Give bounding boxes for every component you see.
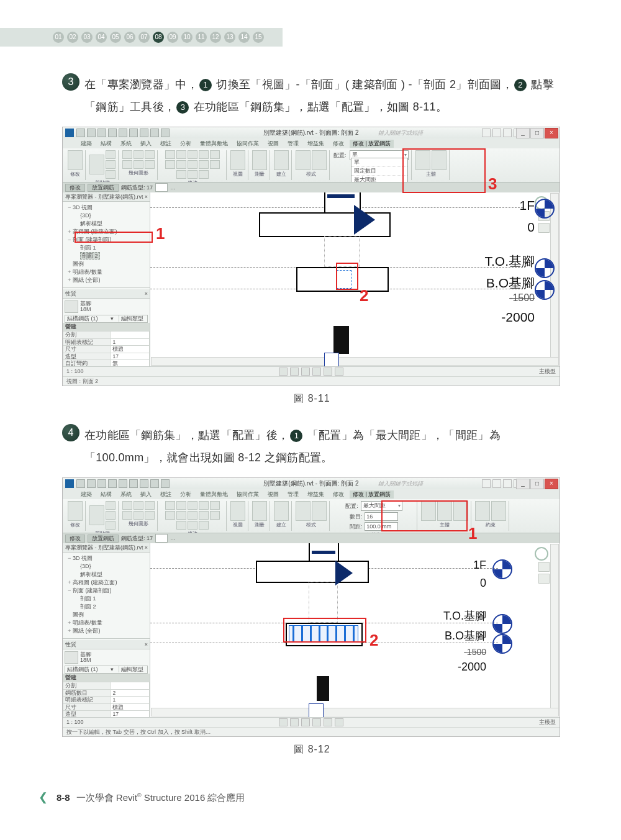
m-icon[interactable] [188, 511, 197, 520]
ribbon-tabs[interactable]: 建築結構系統插入標註分析量體與敷地協同作業視圖管理增益集修改修改 | 放置鋼筋 [63, 138, 560, 148]
ribbon-tab[interactable]: 系統 [117, 490, 135, 499]
vis-icon[interactable] [335, 368, 343, 376]
edit-type-button[interactable]: 編輯類型 [119, 315, 145, 322]
section-tag[interactable] [324, 353, 339, 366]
m-icon[interactable] [188, 501, 197, 510]
scrollbar-vertical[interactable] [550, 544, 559, 708]
prop-value[interactable] [111, 332, 150, 339]
ribbon-tab[interactable]: 協同作業 [233, 490, 262, 499]
m-icon[interactable] [176, 501, 186, 510]
tree-item[interactable]: 剖面 1 [65, 244, 147, 252]
m-icon[interactable] [199, 501, 209, 510]
m-icon[interactable] [176, 521, 186, 530]
ribbon-tab[interactable]: 插入 [137, 140, 155, 148]
project-browser-tree[interactable]: −3D 視圖{3D}解析模型+高程圖 (建築立面)−剖面 (建築剖面)剖面 1剖… [63, 553, 150, 637]
selector-left[interactable]: 結構鋼筋 (1) [67, 316, 98, 322]
close-icon[interactable]: × [145, 543, 150, 552]
m-icon[interactable] [188, 521, 197, 530]
ribbon-tab[interactable]: 量體與敷地 [197, 140, 231, 148]
vis-icon[interactable] [312, 368, 321, 376]
ribbon-tab[interactable]: 協同作業 [233, 140, 262, 148]
dropdown-item[interactable]: 單 [351, 158, 407, 167]
cut-icon[interactable] [106, 501, 116, 510]
vis-icon[interactable] [312, 718, 321, 726]
minimize-button[interactable]: _ [516, 128, 530, 138]
ribbon-tab[interactable]: 管理 [284, 490, 302, 499]
modify-tool-icon[interactable] [68, 150, 83, 170]
paste-icon[interactable] [89, 155, 104, 174]
geo-icon[interactable] [145, 160, 155, 169]
ribbon-tab[interactable]: 分析 [177, 140, 194, 148]
geo-icon[interactable] [134, 501, 143, 510]
geo-icon[interactable] [122, 511, 132, 520]
ribbon-tab[interactable]: 建築 [78, 490, 95, 499]
signin-icon[interactable] [492, 479, 501, 488]
m-icon[interactable] [165, 160, 175, 169]
chapter-dot-01[interactable]: 01 [53, 32, 64, 43]
vis-icon[interactable] [335, 718, 343, 726]
shape-input[interactable] [155, 183, 168, 192]
tree-item[interactable]: 剖面 2 [65, 252, 147, 260]
close-icon[interactable]: × [145, 289, 150, 298]
tree-item[interactable]: +高程圖 (建築立面) [65, 579, 147, 587]
qty-input[interactable]: 16 [365, 512, 398, 521]
signin-icon[interactable] [492, 129, 501, 137]
rebar-shape-icon[interactable] [432, 150, 446, 170]
ribbon-tab[interactable]: 系統 [117, 140, 135, 148]
m-icon[interactable] [176, 511, 186, 520]
match-icon[interactable] [106, 521, 116, 530]
ribbon-tab[interactable]: 管理 [284, 140, 302, 148]
scale-label[interactable]: 1 : 100 [66, 720, 84, 725]
m-icon[interactable] [176, 160, 186, 169]
vis-icon[interactable] [279, 718, 288, 726]
chapter-dot-05[interactable]: 05 [110, 32, 121, 43]
mode-icon[interactable] [312, 501, 327, 521]
rebar-shape-icon[interactable] [415, 150, 430, 170]
ribbon-tabs[interactable]: 建築結構系統插入標註分析量體與敷地協同作業視圖管理增益集修改修改 | 放置鋼筋 [63, 489, 560, 499]
cut-icon[interactable] [106, 150, 116, 159]
optbar-tab[interactable]: 放置鋼筋 [88, 184, 119, 192]
nav-icon[interactable] [538, 562, 550, 572]
prop-value[interactable]: 2 [111, 689, 150, 697]
match-icon[interactable] [106, 170, 116, 179]
chapter-dot-03[interactable]: 03 [81, 32, 93, 43]
prop-value[interactable] [111, 682, 150, 690]
m-icon[interactable] [176, 170, 186, 179]
ribbon-tab[interactable]: 增益集 [304, 490, 327, 499]
project-browser-tree[interactable]: −3D 視圖{3D}解析模型+高程圖 (建築立面)−剖面 (建築剖面)剖面 1剖… [63, 202, 150, 286]
m-icon[interactable] [176, 150, 186, 159]
chapter-dot-07[interactable]: 07 [138, 32, 150, 43]
m-icon[interactable] [210, 501, 220, 510]
nav-icon[interactable] [538, 574, 550, 584]
properties-grid[interactable]: 分割明細表標記1尺寸標題造型17自訂彎鉤無始點彎鉤無終點彎鉤無置入取代標題 [63, 331, 150, 366]
chapter-dot-04[interactable]: 04 [96, 32, 107, 43]
mode-icon[interactable] [296, 501, 310, 521]
geo-icon[interactable] [134, 150, 143, 159]
search-hint[interactable]: 鍵入關鍵字或短語 [378, 130, 423, 136]
dropdown-item[interactable]: 最大間距 [351, 176, 407, 183]
chapter-dot-08[interactable]: 08 [153, 32, 164, 43]
steering-wheel-icon[interactable] [535, 547, 548, 561]
tree-item[interactable]: −剖面 (建築剖面) [65, 587, 147, 595]
nav-icon[interactable] [538, 223, 550, 233]
m-icon[interactable] [210, 160, 220, 169]
ribbon-tab[interactable]: 建築 [78, 140, 95, 148]
ribbon-tab[interactable]: 修改 | 放置鋼筋 [350, 140, 394, 148]
modify-tool-icon[interactable] [68, 501, 83, 521]
tree-item[interactable]: +明細表/數量 [65, 619, 147, 627]
properties-header[interactable]: 性質 × [63, 289, 150, 299]
chapter-dot-09[interactable]: 09 [167, 32, 178, 43]
vis-icon[interactable] [324, 368, 332, 376]
tree-item[interactable]: 圖例 [65, 260, 147, 268]
tree-item[interactable]: +高程圖 (建築立面) [65, 228, 147, 236]
rebar-shape-icon[interactable] [421, 501, 436, 521]
vis-icon[interactable] [324, 718, 332, 726]
prop-value[interactable]: 無 [111, 360, 150, 367]
maximize-button[interactable]: □ [530, 479, 544, 489]
m-icon[interactable] [199, 521, 209, 530]
chapter-dot-10[interactable]: 10 [181, 32, 193, 43]
ribbon-tab[interactable]: 視圖 [265, 490, 282, 499]
tree-item[interactable]: 剖面 2 [65, 603, 147, 611]
search-hint[interactable]: 鍵入關鍵字或短語 [378, 481, 423, 487]
m-icon[interactable] [165, 511, 175, 520]
